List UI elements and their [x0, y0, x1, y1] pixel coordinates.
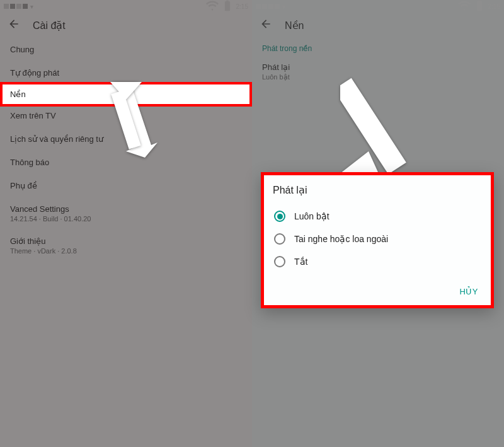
clock-text: 2:15	[488, 3, 500, 10]
clock-text: 2:15	[236, 3, 248, 10]
list-item[interactable]: Tự động phát	[0, 61, 252, 84]
svg-rect-6	[340, 78, 406, 175]
left-screenshot: ▾ 2:15 Cài đặt Chung Tự động phát Nền Xe	[0, 0, 252, 447]
list-item[interactable]: Vanced Settings 14.21.54 · Build · 01.40…	[0, 197, 252, 229]
list-item[interactable]: Chung	[0, 38, 252, 61]
app-bar: Nền	[252, 13, 504, 38]
back-icon[interactable]	[8, 18, 20, 33]
page-title: Nền	[285, 20, 304, 32]
battery-icon	[221, 0, 234, 13]
wifi-icon	[458, 0, 471, 13]
wifi-icon	[206, 0, 219, 13]
list-item[interactable]: Giới thiệu Theme · vDark · 2.0.8	[0, 229, 252, 262]
list-item[interactable]: Phụ đề	[0, 174, 252, 197]
radio-icon	[274, 233, 285, 245]
playback-dialog: Phát lại Luôn bật Tai nghe hoặc loa ngoà…	[261, 172, 494, 308]
status-bar: ▾ 2:15	[252, 0, 504, 13]
back-icon[interactable]	[260, 18, 272, 33]
dialog-title: Phát lại	[273, 184, 482, 196]
radio-icon	[274, 256, 285, 267]
app-bar: Cài đặt	[0, 13, 252, 38]
cancel-button[interactable]: HỦY	[455, 283, 482, 300]
status-bar: ▾ 2:15	[0, 0, 252, 13]
battery-icon	[473, 0, 486, 13]
radio-option[interactable]: Tai nghe hoặc loa ngoài	[273, 228, 482, 250]
page-title: Cài đặt	[33, 20, 66, 32]
radio-icon	[274, 211, 285, 222]
radio-option[interactable]: Tắt	[273, 250, 482, 273]
radio-option[interactable]: Luôn bật	[273, 205, 482, 228]
arrow-icon	[88, 82, 158, 158]
section-header: Phát trong nền	[252, 38, 504, 55]
arrow-icon	[340, 76, 441, 183]
